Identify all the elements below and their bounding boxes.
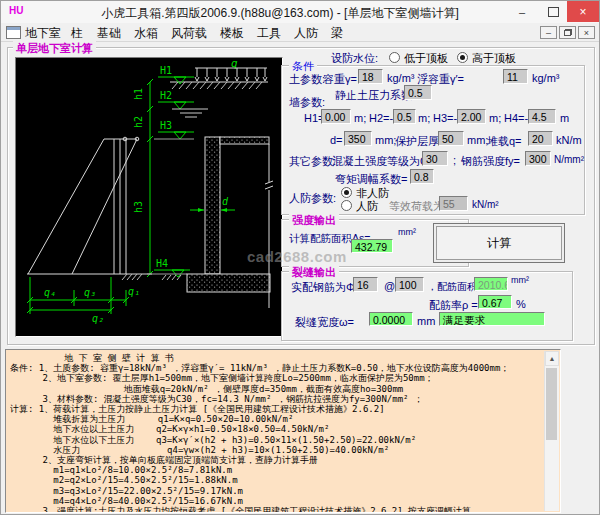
scrollbar-up-icon[interactable]: ▲: [545, 351, 559, 366]
rebar-spacing-input[interactable]: 100: [395, 277, 424, 292]
menu-basement[interactable]: 地下室: [25, 25, 61, 42]
buoyant-weight-input[interactable]: 11: [503, 69, 528, 84]
app-icon: HU: [9, 5, 23, 16]
crack-status-value[interactable]: 满足要求: [439, 312, 545, 326]
menu-beam[interactable]: 梁: [331, 25, 343, 42]
thickness-label: d=: [330, 134, 343, 146]
close-button[interactable]: ×: [567, 1, 599, 22]
semicolon-label: ;: [453, 154, 456, 166]
radio-below-roof[interactable]: [389, 52, 400, 63]
diagram-H1-label: H1: [160, 65, 172, 76]
calc-rebar-area-value[interactable]: 432.79: [351, 239, 393, 253]
buoyant-weight-unit: kg/m³: [532, 72, 560, 84]
menu-tools[interactable]: 工具: [257, 25, 281, 42]
diagram-h2-label: h2: [133, 116, 144, 128]
h4-input[interactable]: 4.5: [528, 109, 556, 124]
h3-input[interactable]: 2.00: [457, 109, 486, 124]
rebar-ratio-value[interactable]: 0.67: [478, 295, 512, 309]
unit-weight-input[interactable]: 18: [358, 69, 383, 84]
report-line: 3、材料参数: 混凝土强度等级为C30，fc=14.3 N/mm² ，钢筋抗拉强…: [10, 394, 543, 404]
cover-input[interactable]: 50: [438, 131, 464, 146]
menu-civildef[interactable]: 人防: [294, 25, 318, 42]
steel-strength-input[interactable]: 300: [525, 151, 551, 166]
diagram-d-label: d: [222, 196, 229, 207]
report-line: 地面堆载q=20kN/m² ，侧壁厚度d=350mm，截面有效高度ho=300m…: [10, 384, 543, 394]
diagram-q3-label: q₃: [84, 287, 96, 298]
civil-defense-label: 人防参数:: [289, 191, 336, 206]
menu-windload[interactable]: 风荷载: [171, 25, 207, 42]
rebar-area-value[interactable]: 2010.6: [474, 277, 508, 291]
thickness-input[interactable]: 350: [344, 131, 372, 146]
close-icon: ×: [579, 5, 586, 19]
surcharge-input[interactable]: 20: [528, 131, 553, 146]
other-params-label: 其它参数:: [289, 154, 336, 169]
menu-foundation[interactable]: 基础: [97, 25, 121, 42]
diagram-H4-label: H4: [156, 258, 168, 269]
mdi-restore-button[interactable]: [559, 26, 576, 39]
diagram-panel: q H1 H2 H3 h1 h2 h3: [15, 57, 283, 337]
surcharge-unit: kN/m: [556, 134, 582, 146]
radio-non-civil-defense[interactable]: [341, 187, 352, 198]
h1-input[interactable]: 0.00: [321, 109, 351, 124]
report-line: m3=q3×Lo²/15=22.00×2.5²/15=9.17kN.m: [10, 486, 543, 496]
h2-input[interactable]: 0.5: [393, 109, 416, 124]
concrete-grade-input[interactable]: 30: [422, 151, 448, 166]
mdi-minimize-button[interactable]: –: [540, 26, 557, 39]
moment-factor-input[interactable]: 0.8: [410, 169, 434, 184]
mdi-child-icon[interactable]: [6, 26, 21, 39]
calculate-button[interactable]: 计算: [433, 223, 565, 263]
h4-label: H4=-: [504, 112, 528, 124]
minimize-icon: –: [519, 6, 525, 18]
calculation-report[interactable]: 地 下 室 侧 壁 计 算 书 条件: 1、土质参数: 容重γ=18kN/m³ …: [5, 349, 561, 513]
menu-column[interactable]: 柱: [71, 25, 83, 42]
radio-above-roof[interactable]: [457, 52, 468, 63]
app-window: HU 小虎工具箱.第四版2006.9.(h88u@163.com) - [单层地…: [0, 0, 600, 515]
rebar-ratio-label: 配筋率ρ =: [429, 298, 478, 313]
report-content: 地 下 室 侧 壁 计 算 书 条件: 1、土质参数: 容重γ=18kN/m³ …: [10, 353, 543, 512]
radio-below-roof-label: 低于顶板: [404, 51, 448, 66]
report-line: 3、强度计算:土压力及水压力均按恒载考虑 [《全国民用建筑工程设计技术措施》2.…: [10, 506, 543, 512]
moment-factor-label: 弯矩调幅系数=: [335, 172, 407, 187]
menu-watertank[interactable]: 水箱: [134, 25, 158, 42]
report-line: 堆载折算为土压力 q1=K×q=0.50×20=10.00kN/m²: [10, 414, 543, 424]
diagram-H3-label: H3: [160, 120, 172, 131]
crack-width-unit: mm: [417, 315, 435, 327]
waterline-label: 设防水位:: [331, 51, 378, 66]
equivalent-load-unit: kN/m²: [472, 199, 499, 210]
steel-strength-unit: N/mm²: [554, 154, 584, 165]
title-bar: HU 小虎工具箱.第四版2006.9.(h88u@163.com) - [单层地…: [1, 1, 599, 24]
actual-rebar-label: 实配钢筋为Φ: [291, 280, 355, 295]
report-scrollbar[interactable]: ▲: [544, 351, 559, 511]
concrete-grade-label: 混凝土强度等级为C: [332, 154, 428, 169]
crack-width-value[interactable]: 0.0000: [369, 312, 413, 326]
thickness-unit: mm;: [375, 134, 396, 146]
radio-above-roof-label: 高于顶板: [472, 51, 516, 66]
k-coefficient-input[interactable]: 0.5: [404, 85, 432, 100]
h3-unit: m;: [489, 112, 501, 124]
rebar-ratio-unit: %: [516, 298, 526, 310]
mdi-restore-icon: [564, 29, 572, 36]
mdi-close-button[interactable]: ×: [578, 26, 595, 39]
scrollbar-thumb[interactable]: [546, 368, 557, 440]
menu-slab[interactable]: 楼板: [220, 25, 244, 42]
report-line: 地下水位以上土压力 q2=K×γ×h1=0.50×18×0.50=4.50kN/…: [10, 424, 543, 434]
crack-group-title: 裂缝输出: [289, 265, 339, 280]
maximize-button[interactable]: [538, 1, 568, 22]
maximize-icon: [548, 7, 559, 17]
soil-params-label: 土参数:: [289, 72, 325, 87]
radio-civil-defense[interactable]: [341, 200, 352, 211]
rebar-diameter-input[interactable]: 16: [353, 277, 378, 292]
diagram-q4-label: q₄: [44, 287, 56, 298]
report-line: m1=q1×Lo²/8=10.00×2.5²/8=7.81kN.m: [10, 465, 543, 475]
steel-strength-label: 钢筋强度fy=: [461, 154, 520, 169]
report-line: 计算: 1、荷载计算，土压力按静止土压力计算 [《全国民用建筑工程设计技术措施》…: [10, 404, 543, 414]
calculate-button-label: 计算: [487, 235, 511, 252]
minimize-button[interactable]: –: [507, 1, 537, 22]
equivalent-load-label: 等效荷载为: [389, 199, 444, 214]
h2-unit: m;: [418, 112, 430, 124]
at-symbol-label: @: [384, 280, 395, 292]
mdi-minimize-icon: –: [546, 28, 551, 38]
h3-label: H3=-: [433, 112, 457, 124]
equivalent-load-input[interactable]: 55: [439, 196, 468, 211]
rebar-area-unit: mm²: [511, 275, 529, 285]
